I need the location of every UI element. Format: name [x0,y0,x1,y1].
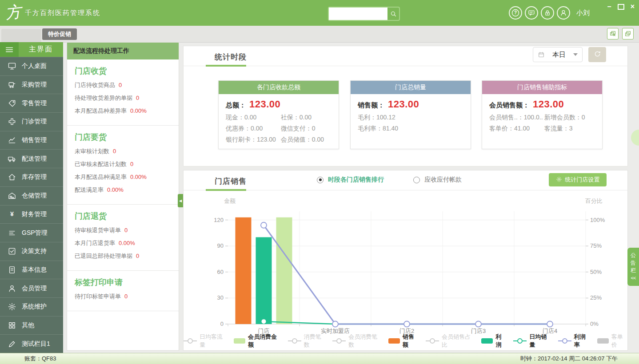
sidebar-item[interactable]: ¥财务管理 [0,205,63,224]
legend-line-icon [332,338,346,344]
close-all-windows-icon[interactable] [607,28,619,40]
card-detail-cell: 毛利率：81.40 [358,125,463,133]
legend-swatch-icon [388,338,400,344]
lock-icon[interactable] [541,6,554,20]
legend-item[interactable]: 会员销售占比 [426,333,475,349]
sidebar-item[interactable]: 库存管理 [0,168,63,186]
task-value: 0.00% [130,174,147,180]
task-label: 待处理收货差异的单据 [75,95,132,101]
sidebar-title: 主界面 [19,42,63,57]
sidebar-item[interactable]: 门诊管理 [0,112,63,131]
notice-tab-char: 告 [631,259,636,267]
sidebar-item-label: 决策支持 [22,247,47,255]
radio-option[interactable]: 时段各门店销售排行 [317,176,384,184]
collapse-panel-arrow[interactable]: ◀ [178,194,183,207]
store-settings-label: 统计门店设置 [565,176,600,184]
task-row[interactable]: 待打印标签申请单0 [75,293,174,301]
document-icon [8,265,16,274]
task-label: 待打印标签申请单 [75,293,121,300]
legend-item[interactable]: 利润率 [558,333,590,349]
task-row[interactable]: 本月门店退货率0.00% [75,239,174,247]
sidebar-item[interactable]: 采购管理 [0,75,63,94]
notice-tab-arrows: << [631,274,636,282]
task-row[interactable]: 已审核未配送计划数0 [75,160,174,168]
search-input[interactable] [329,8,387,20]
store-settings-button[interactable]: 统计门店设置 [549,173,607,186]
card-main-value: 123.00 [249,99,280,110]
radio-icon[interactable] [413,177,420,183]
task-row[interactable]: 本月配送品种差异率0.00% [75,107,174,115]
legend-item[interactable]: 日均客流量 [184,333,227,349]
legend-item[interactable]: 会员消费金额 [234,333,281,349]
sidebar-item[interactable]: 仓储管理 [0,186,63,205]
card-detail-cell: 新增会员数：0 [544,114,595,122]
sidebar-header: 主界面 [0,42,63,57]
stat-card: 各门店收款总额总额：123.00现金：0.00社保：0.00优惠券：0.00微信… [218,80,339,149]
sidebar-item[interactable]: 配送管理 [0,149,63,168]
card-main-label: 总额： [226,101,246,110]
sidebar-item[interactable]: 其他 [0,316,63,335]
minimize-button[interactable]: – [607,3,611,11]
maximize-button[interactable] [618,4,624,10]
sidebar-item[interactable]: 系统维护 [0,297,63,316]
cascade-windows-icon[interactable] [622,28,634,40]
refresh-button[interactable] [588,47,606,62]
notice-board-tab[interactable]: 公告栏<< [627,248,639,286]
stat-card: 门店总销量销售额：123.00毛利：100.12毛利率：81.40 [350,80,471,149]
sidebar-item[interactable]: 测试栏目1 [0,334,63,353]
sidebar-item[interactable]: GSP管理 [0,223,63,242]
sidebar-item[interactable]: 销售管理 [0,131,63,150]
help-icon[interactable]: ? [509,6,522,20]
user-name[interactable]: 小刘 [576,9,590,17]
legend-label: 销售额 [403,333,419,349]
radio-option[interactable]: 应收应付帐款 [413,176,462,184]
legend-item[interactable]: 客单价 [597,333,627,349]
stat-card-body: 销售额：123.00毛利：100.12毛利率：81.40 [351,94,471,133]
svg-text:百分比: 百分比 [585,198,603,204]
legend-item[interactable]: 会员消费笔数 [332,333,381,349]
tab-special-promotion[interactable]: 特价促销 [42,28,77,40]
sidebar-item[interactable]: 会员管理 [0,279,63,297]
task-label: 已退回总部待处理单据 [75,253,132,259]
sidebar-item[interactable]: 零售管理 [0,94,63,112]
calendar-icon [538,51,545,58]
card-detail-row: 现金：0.00社保：0.00 [226,114,331,122]
legend-item[interactable]: 日均销量 [513,333,551,349]
legend-label: 会员消费金额 [248,333,281,349]
stat-card-body: 会员销售额：123.00会员销售..：100.0..新增会员数：0客单价：41.… [482,94,602,133]
legend-item[interactable]: 销售额 [388,333,419,349]
svg-text:25%: 25% [590,294,602,301]
task-label: 待审核退货申请单 [75,227,121,233]
sidebar-item[interactable]: 个人桌面 [0,57,63,75]
task-row[interactable]: 本月配送品种满足率0.00% [75,173,174,181]
floating-helper-button[interactable] [631,130,639,146]
task-row[interactable]: 已退回总部待处理单据0 [75,252,174,260]
user-icon[interactable] [557,6,570,20]
legend-item[interactable]: 消费笔数 [288,333,326,349]
legend-item[interactable]: 利润 [481,333,506,349]
legend-label: 消费笔数 [304,333,326,349]
task-row[interactable]: 待审核退货申请单0 [75,226,174,234]
legend-label: 利润 [495,333,506,349]
task-row[interactable]: 门店待收货商品0 [75,81,174,89]
sidebar-item[interactable]: 决策支持 [0,242,63,261]
search-icon[interactable] [387,8,399,20]
svg-text:50%: 50% [590,269,602,275]
task-row[interactable]: 未审核计划数0 [75,147,174,155]
menu-icon[interactable] [0,42,19,57]
task-row[interactable]: 配送满足率0.00% [75,186,174,194]
app-window: 方 千方百剂医药管理系统 ? 小刘 – × 特价促销 主界面 [0,0,639,364]
grid-icon [8,321,16,330]
radio-icon[interactable] [317,177,323,183]
message-icon[interactable] [525,6,538,20]
legend-label: 日均销量 [529,333,551,349]
inactive-tab[interactable] [1,29,41,42]
refresh-icon [593,50,602,59]
task-row[interactable]: 待处理收货差异的单据0 [75,94,174,102]
radio-label: 时段各门店销售排行 [328,176,384,184]
sidebar-item[interactable]: 基本信息 [0,261,63,279]
period-select[interactable]: 本日 [533,47,583,62]
card-detail-cell: 现金：0.00 [226,114,281,122]
task-section-heading: 标签打印申请 [75,277,174,288]
close-button[interactable]: × [631,3,635,11]
